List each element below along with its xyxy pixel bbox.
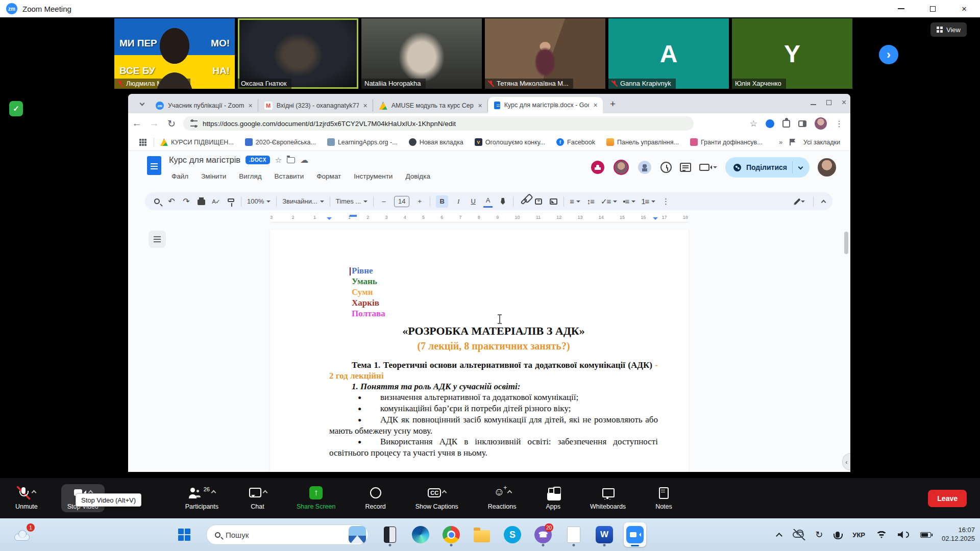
new-tab-button[interactable]: + bbox=[606, 97, 620, 111]
zoom-toolbar-button[interactable]: Apps bbox=[546, 486, 560, 510]
sync-icon[interactable]: ↻ bbox=[815, 530, 823, 539]
language-indicator[interactable]: УКР bbox=[852, 531, 865, 539]
microphone-tray-icon[interactable] bbox=[836, 532, 840, 538]
scrollbar-thumb[interactable] bbox=[844, 232, 848, 254]
browser-menu-icon[interactable]: ⋮ bbox=[835, 119, 843, 129]
next-videos-button[interactable]: › bbox=[879, 45, 898, 64]
zoom-toolbar-button[interactable]: Notes bbox=[655, 486, 672, 510]
font-size-increase[interactable]: + bbox=[415, 195, 424, 208]
paint-format-icon[interactable] bbox=[226, 195, 235, 208]
menu-item[interactable]: Інструменти bbox=[351, 171, 395, 181]
font-select[interactable]: Times ... bbox=[336, 195, 368, 208]
zoom-toolbar-button[interactable]: 26 Participants bbox=[185, 486, 218, 510]
sync-status-icon[interactable] bbox=[766, 119, 774, 128]
add-comment-icon[interactable] bbox=[534, 195, 543, 208]
chevron-up-icon[interactable] bbox=[211, 490, 216, 495]
anonymous-viewer-avatar[interactable] bbox=[637, 160, 652, 175]
version-history-icon[interactable] bbox=[660, 162, 672, 173]
bookmark-item[interactable]: 2020-Європейська... bbox=[245, 138, 316, 146]
tab-close-icon[interactable]: × bbox=[593, 101, 597, 109]
search-menus-icon[interactable] bbox=[152, 195, 161, 208]
taskbar-app-button[interactable]: S bbox=[501, 522, 524, 547]
participant-tile[interactable]: Оксана Гнатюк bbox=[238, 18, 358, 89]
underline-button[interactable]: U bbox=[469, 195, 478, 208]
bookmark-star-icon[interactable]: ☆ bbox=[750, 118, 757, 129]
restore-button[interactable] bbox=[917, 0, 948, 17]
zoom-toolbar-button[interactable]: Show Captions bbox=[415, 486, 458, 510]
hidden-icons-chevron[interactable] bbox=[776, 533, 782, 539]
zoom-select[interactable]: 100% bbox=[247, 195, 271, 208]
spellcheck-icon[interactable]: A✓ bbox=[211, 195, 220, 208]
bookmark-item[interactable]: Панель управління... bbox=[606, 138, 679, 146]
site-settings-icon[interactable] bbox=[190, 120, 198, 127]
undo-icon[interactable]: ↶ bbox=[167, 195, 176, 208]
zoom-toolbar-button[interactable]: Share Screen bbox=[297, 486, 335, 510]
apps-grid-icon[interactable] bbox=[139, 139, 146, 146]
browser-minimize-button[interactable] bbox=[811, 100, 816, 105]
widgets-weather-icon[interactable]: 1 bbox=[14, 525, 34, 543]
highlight-button[interactable] bbox=[498, 195, 507, 208]
taskbar-app-button[interactable]: W bbox=[593, 522, 616, 547]
insert-link-icon[interactable] bbox=[519, 195, 528, 208]
bookmark-item[interactable]: Гранти дофінансув... bbox=[690, 138, 763, 146]
line-spacing-button[interactable]: ↕≡ bbox=[586, 195, 595, 208]
menu-item[interactable]: Змінити bbox=[199, 171, 229, 181]
collapse-panel-chevron[interactable]: ‹ bbox=[842, 453, 850, 470]
leave-button[interactable]: Leave bbox=[928, 490, 967, 507]
taskbar-app-button[interactable] bbox=[624, 522, 646, 547]
menu-item[interactable]: Вигляд bbox=[236, 171, 264, 181]
styles-select[interactable]: Звичайни... bbox=[282, 195, 324, 208]
taskbar-app-button[interactable] bbox=[562, 522, 585, 547]
right-margin-marker[interactable] bbox=[653, 217, 658, 222]
comments-icon[interactable] bbox=[680, 163, 691, 172]
volume-icon[interactable] bbox=[898, 531, 909, 538]
menu-item[interactable]: Формат bbox=[314, 171, 344, 181]
participant-tile[interactable]: Тетяна Миколаївна М... bbox=[485, 18, 605, 89]
close-button[interactable]: × bbox=[948, 0, 980, 17]
participant-tile[interactable]: Nataliia Horopakha bbox=[361, 18, 482, 89]
tab-close-icon[interactable]: × bbox=[248, 102, 252, 110]
search-box[interactable]: Пошук bbox=[206, 524, 369, 545]
bold-button[interactable]: B bbox=[436, 195, 448, 208]
numbered-list-button[interactable]: 1≡ bbox=[641, 195, 655, 208]
bookmark-item[interactable]: LearningApps.org -... bbox=[327, 138, 398, 146]
font-size-field[interactable]: 14 bbox=[394, 196, 409, 207]
more-bookmarks-icon[interactable]: » bbox=[779, 138, 781, 146]
print-icon[interactable] bbox=[197, 195, 206, 208]
document-page[interactable]: Рівне Умань Суми Харків Полтава «РОЗРОБК… bbox=[270, 230, 689, 472]
menu-item[interactable]: Довідка bbox=[403, 171, 433, 181]
bookmark-item[interactable]: Новая вкладка bbox=[409, 138, 463, 146]
browser-tab[interactable]: M Вхідні (323) - oxanagnatyk7720 × bbox=[258, 99, 373, 112]
redo-icon[interactable]: ↷ bbox=[182, 195, 191, 208]
start-button[interactable] bbox=[178, 529, 190, 541]
minimize-button[interactable] bbox=[885, 0, 917, 17]
left-margin-marker[interactable] bbox=[327, 217, 332, 222]
account-avatar[interactable] bbox=[818, 158, 836, 177]
clock[interactable]: 16:07 02.12.2025 bbox=[942, 525, 975, 543]
move-folder-icon[interactable] bbox=[287, 157, 295, 163]
italic-button[interactable]: I bbox=[454, 195, 463, 208]
chevron-up-icon[interactable] bbox=[507, 490, 512, 495]
menu-item[interactable]: Файл bbox=[169, 171, 191, 181]
cloud-paused-icon[interactable] bbox=[793, 532, 804, 538]
checklist-button[interactable]: ✓≡ bbox=[601, 195, 617, 208]
view-layout-button[interactable]: View bbox=[930, 22, 967, 37]
collaborator-avatar[interactable] bbox=[590, 160, 605, 175]
bookmark-item[interactable]: V Оголошуємо конку... bbox=[475, 138, 545, 146]
meet-button[interactable] bbox=[699, 164, 717, 171]
browser-tab[interactable]: AMUSE модуль та курс Серед... × bbox=[373, 99, 488, 112]
editing-mode-button[interactable] bbox=[796, 195, 805, 208]
participant-tile[interactable]: Y Юлія Харченко bbox=[732, 18, 852, 89]
weather-thumbnail[interactable] bbox=[349, 526, 366, 543]
tab-close-icon[interactable]: × bbox=[478, 102, 482, 110]
share-dropdown-icon[interactable] bbox=[798, 164, 803, 169]
zoom-toolbar-button[interactable]: Unmute bbox=[15, 486, 38, 510]
chevron-up-icon[interactable] bbox=[442, 490, 447, 495]
participant-tile[interactable]: A Ganna Krapivnyk bbox=[608, 18, 729, 89]
more-options-icon[interactable]: ⋮ bbox=[661, 195, 670, 208]
wifi-icon[interactable] bbox=[876, 531, 887, 538]
menu-item[interactable]: Вставити bbox=[272, 171, 307, 181]
back-button[interactable]: ← bbox=[128, 118, 145, 129]
battery-icon[interactable] bbox=[920, 532, 931, 538]
hide-menus-icon[interactable] bbox=[821, 199, 826, 205]
